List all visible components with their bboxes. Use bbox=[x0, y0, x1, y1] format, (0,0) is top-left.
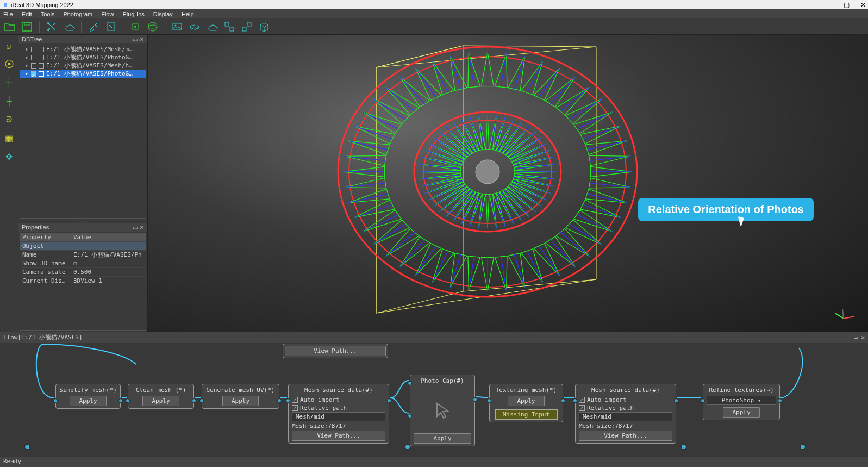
hammer-icon[interactable] bbox=[87, 20, 100, 33]
photoshop-dropdown[interactable]: PhotoShop ▾ bbox=[707, 396, 776, 405]
menu-file[interactable]: File bbox=[1, 11, 17, 17]
menu-plugins[interactable]: Plug-Ins bbox=[118, 11, 148, 17]
open-icon[interactable] bbox=[3, 20, 16, 33]
svg-line-34 bbox=[577, 215, 612, 232]
apply-button[interactable]: Apply bbox=[222, 396, 259, 406]
cloud-icon[interactable] bbox=[63, 20, 76, 33]
checkbox-icon[interactable]: ✓ bbox=[579, 405, 585, 411]
statusbar: Ready bbox=[0, 457, 868, 467]
svg-marker-55 bbox=[433, 249, 454, 282]
toolbar bbox=[0, 18, 868, 35]
boxes2-icon[interactable] bbox=[240, 20, 253, 33]
node-mesh-source-1[interactable]: Mesh source data(#) ✓Auto import ✓Relati… bbox=[288, 384, 389, 444]
props-close-icon[interactable]: ✕ bbox=[140, 225, 144, 231]
apply-button[interactable]: Apply bbox=[723, 407, 759, 418]
scissors-icon[interactable] bbox=[45, 20, 58, 33]
svg-marker-31 bbox=[580, 200, 621, 218]
svg-line-66 bbox=[363, 215, 398, 232]
svg-marker-57 bbox=[416, 244, 442, 276]
svg-line-124 bbox=[514, 175, 554, 179]
close-button[interactable]: ✕ bbox=[860, 1, 866, 9]
viewport-3d[interactable]: Relative Orientation of Photos bbox=[148, 35, 868, 332]
axis-x-icon[interactable]: ┼ bbox=[4, 77, 15, 88]
apply-button[interactable]: Apply bbox=[508, 396, 544, 406]
node-photo-cap[interactable]: Photo Cap(#) Apply bbox=[410, 375, 475, 446]
view-path-button[interactable]: View Path... bbox=[292, 431, 385, 441]
svg-marker-33 bbox=[574, 210, 613, 232]
menu-edit[interactable]: Edit bbox=[17, 11, 36, 17]
property-row[interactable]: Show 3D name☐ bbox=[20, 259, 146, 267]
node-texturing[interactable]: Texturing mesh(*) Apply Missing Input bbox=[489, 384, 563, 422]
svg-line-48 bbox=[501, 257, 507, 290]
dbtree-close-icon[interactable]: ✕ bbox=[140, 36, 144, 42]
axis-y-icon[interactable]: ┽ bbox=[4, 96, 15, 107]
checkbox-icon[interactable]: ✓ bbox=[579, 397, 585, 403]
cloud2-icon[interactable] bbox=[205, 20, 218, 33]
flow-close-icon[interactable]: ✕ bbox=[861, 334, 865, 341]
node-generate-uv[interactable]: Generate mesh UV(*) Apply bbox=[202, 384, 279, 409]
apply-button[interactable]: Apply bbox=[142, 396, 179, 406]
maximize-button[interactable]: ▢ bbox=[844, 1, 850, 9]
property-row[interactable]: NameE:/1 小熊猫/VASES/Ph bbox=[20, 250, 146, 259]
image-icon[interactable] bbox=[171, 20, 184, 33]
apply-button[interactable]: Apply bbox=[70, 396, 106, 406]
cube-icon[interactable] bbox=[258, 20, 271, 33]
svg-point-7 bbox=[148, 22, 157, 31]
svg-line-58 bbox=[416, 246, 436, 275]
side-panel: DBTree ▭ ✕ E:/1 小熊猫/VASES/Mesh/m… E:/1 小… bbox=[18, 35, 148, 332]
tree-row[interactable]: E:/1 小熊猫/VASES/PhotoG… bbox=[20, 53, 146, 61]
dbtree[interactable]: E:/1 小熊猫/VASES/Mesh/m… E:/1 小熊猫/VASES/Ph… bbox=[20, 45, 146, 219]
svg-line-64 bbox=[373, 224, 406, 245]
view-path-button[interactable]: View Path... bbox=[285, 346, 386, 356]
props-float-icon[interactable]: ▭ bbox=[133, 225, 138, 231]
flow-float-icon[interactable]: ▭ bbox=[854, 334, 858, 341]
graph-icon[interactable]: ᘐ bbox=[4, 114, 15, 125]
svg-line-114 bbox=[577, 112, 612, 129]
svg-marker-77 bbox=[348, 141, 390, 154]
boxes1-icon[interactable] bbox=[223, 20, 236, 33]
grid-icon[interactable]: ▦ bbox=[4, 133, 15, 144]
svg-marker-53 bbox=[450, 253, 467, 288]
menu-help[interactable]: Help bbox=[177, 11, 198, 17]
zoom-all-icon[interactable]: ⦿ bbox=[4, 59, 15, 70]
tree-row[interactable]: E:/1 小熊猫/VASES/Mesh/h… bbox=[20, 61, 146, 70]
tree-row[interactable]: E:/1 小熊猫/VASES/Mesh/m… bbox=[20, 45, 146, 53]
link-icon[interactable] bbox=[188, 20, 201, 33]
crop-icon[interactable] bbox=[104, 20, 117, 33]
checkbox-icon[interactable]: ✓ bbox=[292, 405, 298, 411]
property-row[interactable]: Camera scale0.500 bbox=[20, 267, 146, 276]
svg-rect-16 bbox=[242, 27, 246, 31]
tree-row-selected[interactable]: ✓E:/1 小熊猫/VASES/PhotoG… bbox=[20, 70, 146, 78]
zoom-icon[interactable]: ⌕ bbox=[4, 40, 15, 51]
node-mesh-source-2[interactable]: Mesh source data(#) ✓Auto import ✓Relati… bbox=[575, 384, 676, 444]
svg-line-219 bbox=[844, 316, 854, 319]
menu-flow[interactable]: Flow bbox=[97, 11, 118, 17]
menu-photogram[interactable]: Photogram bbox=[59, 11, 97, 17]
checkbox-icon[interactable]: ✓ bbox=[292, 397, 298, 403]
node-refine-textures[interactable]: Refine textures(→) PhotoShop ▾ Apply bbox=[703, 384, 780, 420]
svg-marker-93 bbox=[450, 57, 467, 91]
flow-title: Flow[E:/1 小熊猫/VASES] bbox=[3, 333, 83, 341]
menu-tools[interactable]: Tools bbox=[36, 11, 59, 17]
node-simplify[interactable]: Simplify mesh(*) Apply bbox=[55, 384, 121, 409]
dbtree-float-icon[interactable]: ▭ bbox=[133, 36, 138, 42]
minimize-button[interactable]: — bbox=[826, 1, 833, 9]
flow-graph[interactable]: View Path... Simplify mesh(*) Apply Clea… bbox=[0, 343, 868, 457]
property-row[interactable]: Current Dis…3DView 1 bbox=[20, 276, 146, 285]
svg-line-82 bbox=[363, 112, 398, 129]
menu-display[interactable]: Display bbox=[149, 11, 177, 17]
move-icon[interactable]: ✥ bbox=[4, 151, 15, 162]
view-path-button[interactable]: View Path... bbox=[579, 431, 672, 441]
target-icon[interactable] bbox=[129, 20, 142, 33]
svg-point-13 bbox=[211, 25, 213, 26]
svg-line-62 bbox=[386, 232, 415, 256]
status-text: Ready bbox=[3, 458, 21, 465]
svg-marker-43 bbox=[521, 249, 542, 282]
flow-panel: Flow[E:/1 小熊猫/VASES] ▭ ✕ View Path... Si… bbox=[0, 332, 868, 457]
svg-rect-15 bbox=[230, 27, 234, 31]
apply-button[interactable]: Apply bbox=[414, 433, 471, 444]
menubar: File Edit Tools Photogram Flow Plug-Ins … bbox=[0, 9, 868, 18]
sphere-icon[interactable] bbox=[146, 20, 159, 33]
save-icon[interactable] bbox=[21, 20, 34, 33]
node-clean[interactable]: Clean mesh (*) Apply bbox=[128, 384, 194, 409]
